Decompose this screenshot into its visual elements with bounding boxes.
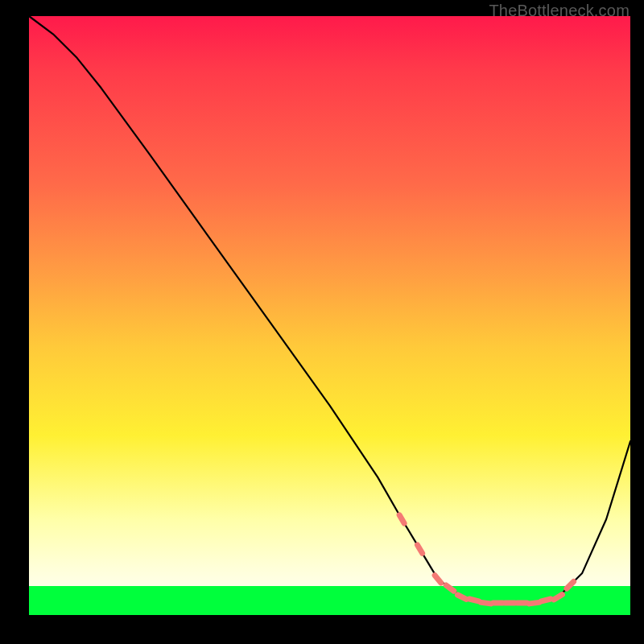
curve-layer xyxy=(29,16,630,615)
valley-marker xyxy=(567,582,574,588)
bottleneck-curve xyxy=(29,16,630,603)
watermark-text: TheBottleneck.com xyxy=(489,2,630,20)
chart-frame: TheBottleneck.com xyxy=(0,0,644,644)
valley-marker xyxy=(481,602,491,603)
valley-marker xyxy=(530,602,539,603)
plot-area xyxy=(29,16,630,615)
valley-marker xyxy=(542,599,551,601)
valley-marker xyxy=(399,515,404,523)
valley-marker xyxy=(435,576,441,583)
valley-marker xyxy=(446,585,454,591)
valley-marker xyxy=(469,599,479,601)
valley-marker xyxy=(417,545,422,553)
valley-marker xyxy=(554,595,562,600)
valley-marker xyxy=(457,595,466,599)
